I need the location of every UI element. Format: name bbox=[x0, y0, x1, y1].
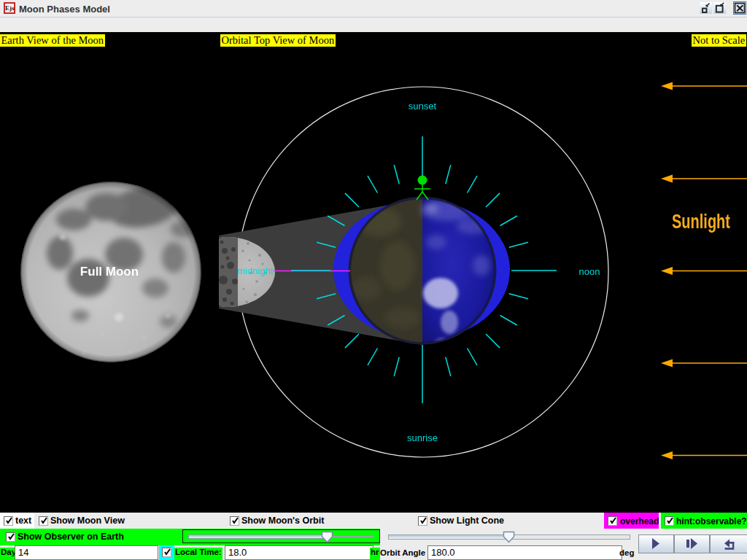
svg-text:Full Moon: Full Moon bbox=[80, 265, 139, 279]
svg-text:sunrise: sunrise bbox=[407, 432, 438, 443]
svg-text:Sunlight: Sunlight bbox=[672, 211, 730, 233]
svg-text:midnight: midnight bbox=[237, 265, 274, 276]
svg-text:sunset: sunset bbox=[409, 101, 437, 112]
svg-text:noon: noon bbox=[579, 266, 600, 277]
